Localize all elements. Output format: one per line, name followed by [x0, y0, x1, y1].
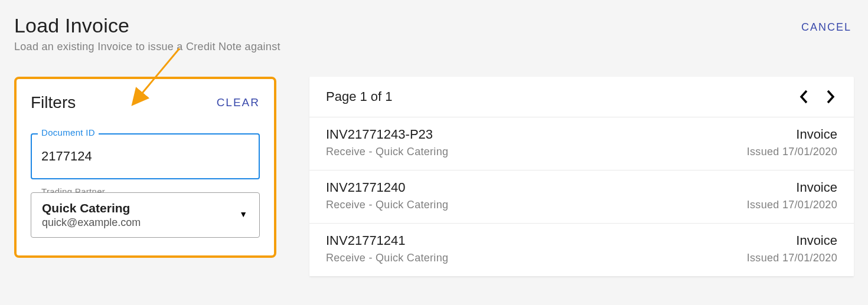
result-row[interactable]: INV21771243-P23Receive - Quick CateringI… [309, 117, 854, 170]
header-text-block: Load Invoice Load an existing Invoice to… [14, 14, 280, 53]
pager-nav [797, 87, 837, 106]
result-row-left: INV21771241Receive - Quick Catering [326, 233, 448, 264]
result-row[interactable]: INV21771241Receive - Quick CateringInvoi… [309, 224, 854, 277]
filters-header: Filters CLEAR [31, 93, 260, 112]
load-invoice-dialog: Load Invoice Load an existing Invoice to… [0, 0, 868, 305]
result-row-subtitle: Receive - Quick Catering [326, 199, 448, 211]
result-row-right: InvoiceIssued 17/01/2020 [747, 233, 837, 264]
document-id-label: Document ID [38, 127, 99, 137]
result-row-issued: Issued 17/01/2020 [747, 199, 837, 211]
result-row-subtitle: Receive - Quick Catering [326, 252, 448, 264]
trading-partner-selected-name: Quick Catering [42, 201, 231, 215]
chevron-down-icon: ▼ [239, 209, 247, 219]
trading-partner-select[interactable]: Quick Catering quick@example.com ▼ [31, 192, 260, 238]
results-list: INV21771243-P23Receive - Quick CateringI… [309, 117, 854, 277]
result-row-right: InvoiceIssued 17/01/2020 [747, 127, 837, 158]
document-id-field: Document ID [31, 133, 260, 179]
chevron-left-icon [800, 90, 808, 104]
cancel-button[interactable]: CANCEL [799, 14, 854, 41]
result-row-left: INV21771240Receive - Quick Catering [326, 180, 448, 211]
pager-text: Page 1 of 1 [326, 89, 393, 104]
result-row-issued: Issued 17/01/2020 [747, 146, 837, 158]
filters-panel: Filters CLEAR Document ID Trading Partne… [14, 77, 276, 258]
result-row-type: Invoice [747, 180, 837, 195]
trading-partner-field: Trading Partner Quick Catering quick@exa… [31, 192, 260, 238]
page-title: Load Invoice [14, 14, 280, 37]
result-row-type: Invoice [747, 233, 837, 248]
chevron-right-icon [827, 90, 835, 104]
dialog-body: Filters CLEAR Document ID Trading Partne… [14, 77, 854, 277]
result-row[interactable]: INV21771240Receive - Quick CateringInvoi… [309, 170, 854, 224]
result-row-id: INV21771240 [326, 180, 448, 195]
pager-prev-button[interactable] [797, 87, 810, 106]
result-row-type: Invoice [747, 127, 837, 142]
results-panel: Page 1 of 1 INV21771243-P23Receive - Qui… [309, 77, 854, 277]
clear-filters-button[interactable]: CLEAR [217, 96, 260, 109]
document-id-input[interactable] [31, 133, 260, 179]
result-row-right: InvoiceIssued 17/01/2020 [747, 180, 837, 211]
filters-title: Filters [31, 93, 76, 112]
result-row-left: INV21771243-P23Receive - Quick Catering [326, 127, 448, 158]
result-row-id: INV21771243-P23 [326, 127, 448, 142]
result-row-id: INV21771241 [326, 233, 448, 248]
trading-partner-selected-email: quick@example.com [42, 217, 231, 229]
result-row-subtitle: Receive - Quick Catering [326, 146, 448, 158]
page-subtitle: Load an existing Invoice to issue a Cred… [14, 41, 280, 53]
result-row-issued: Issued 17/01/2020 [747, 252, 837, 264]
dialog-header: Load Invoice Load an existing Invoice to… [14, 14, 854, 53]
pager-next-button[interactable] [824, 87, 837, 106]
results-pager: Page 1 of 1 [309, 77, 854, 117]
